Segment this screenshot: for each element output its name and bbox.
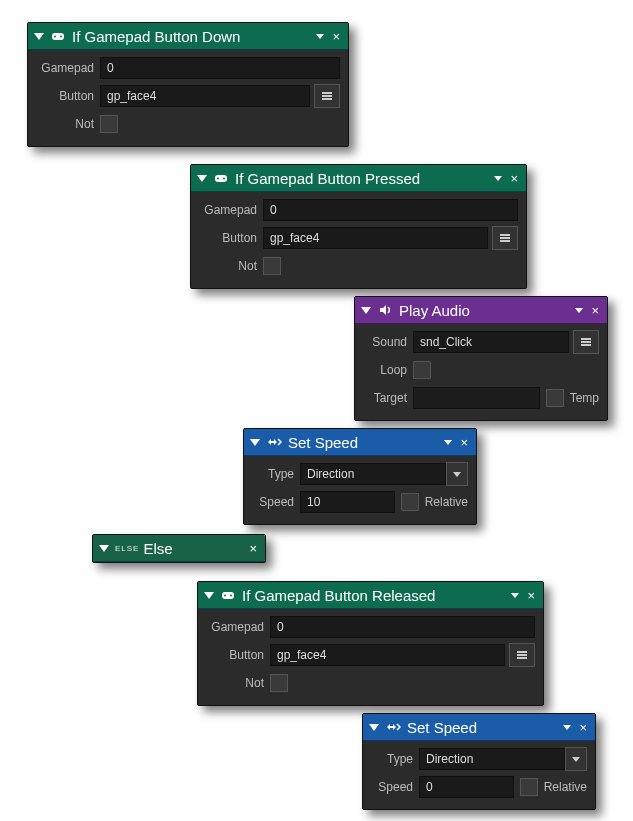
node-header[interactable]: Set Speed × <box>363 714 595 741</box>
speed-icon <box>266 434 282 450</box>
speed-input[interactable]: 10 <box>300 491 395 513</box>
loop-label: Loop <box>363 363 413 377</box>
node-body: Gamepad 0 Button gp_face4 Not <box>191 192 526 288</box>
not-checkbox[interactable] <box>270 674 288 692</box>
collapse-icon[interactable] <box>34 33 44 40</box>
node-header[interactable]: If Gamepad Button Pressed × <box>191 165 526 192</box>
sound-input[interactable]: snd_Click <box>413 331 569 353</box>
node-set-speed-1[interactable]: Set Speed × Type Direction Speed 10 Rela… <box>243 428 477 525</box>
close-icon[interactable]: × <box>508 171 520 186</box>
node-title: Play Audio <box>399 302 569 319</box>
speed-input[interactable]: 0 <box>419 776 514 798</box>
type-dropdown-button[interactable] <box>565 747 587 771</box>
button-input[interactable]: gp_face4 <box>263 227 488 249</box>
button-input[interactable]: gp_face4 <box>100 85 310 107</box>
node-title: If Gamepad Button Down <box>72 28 310 45</box>
close-icon[interactable]: × <box>525 588 537 603</box>
collapse-icon[interactable] <box>361 307 371 314</box>
node-header[interactable]: Play Audio × <box>355 297 607 324</box>
gamepad-icon <box>213 170 229 186</box>
speed-icon <box>385 719 401 735</box>
node-play-audio[interactable]: Play Audio × Sound snd_Click Loop Target… <box>354 296 608 421</box>
speed-label: Speed <box>371 780 419 794</box>
dropdown-icon[interactable] <box>444 440 452 445</box>
button-input[interactable]: gp_face4 <box>270 644 505 666</box>
picker-button[interactable] <box>573 330 599 354</box>
close-icon[interactable]: × <box>589 303 601 318</box>
gamepad-label: Gamepad <box>206 620 270 634</box>
node-body: Gamepad 0 Button gp_face4 Not <box>28 50 348 146</box>
node-title: Set Speed <box>407 719 557 736</box>
close-icon[interactable]: × <box>577 720 589 735</box>
type-select[interactable]: Direction <box>419 748 565 770</box>
gamepad-label: Gamepad <box>36 61 100 75</box>
not-checkbox[interactable] <box>263 257 281 275</box>
gamepad-label: Gamepad <box>199 203 263 217</box>
node-if-gamepad-button-down[interactable]: If Gamepad Button Down × Gamepad 0 Butto… <box>27 22 349 147</box>
collapse-icon[interactable] <box>99 545 109 552</box>
audio-icon <box>377 302 393 318</box>
relative-label: Relative <box>544 780 587 794</box>
relative-label: Relative <box>425 495 468 509</box>
speed-label: Speed <box>252 495 300 509</box>
gamepad-icon <box>50 28 66 44</box>
button-label: Button <box>206 648 270 662</box>
picker-button[interactable] <box>314 84 340 108</box>
type-label: Type <box>371 752 419 766</box>
type-label: Type <box>252 467 300 481</box>
collapse-icon[interactable] <box>204 592 214 599</box>
dropdown-icon[interactable] <box>316 34 324 39</box>
picker-button[interactable] <box>509 643 535 667</box>
collapse-icon[interactable] <box>197 175 207 182</box>
node-title: Else <box>143 540 247 557</box>
node-header[interactable]: If Gamepad Button Released × <box>198 582 543 609</box>
close-icon[interactable]: × <box>247 541 259 556</box>
dropdown-icon[interactable] <box>511 593 519 598</box>
gamepad-icon <box>220 587 236 603</box>
button-label: Button <box>199 231 263 245</box>
collapse-icon[interactable] <box>250 439 260 446</box>
node-body: Type Direction Speed 10 Relative <box>244 456 476 524</box>
gamepad-input[interactable]: 0 <box>270 616 535 638</box>
node-body: Type Direction Speed 0 Relative <box>363 741 595 809</box>
picker-button[interactable] <box>492 226 518 250</box>
gamepad-input[interactable]: 0 <box>100 57 340 79</box>
temp-label: Temp <box>570 391 599 405</box>
sound-label: Sound <box>363 335 413 349</box>
gamepad-input[interactable]: 0 <box>263 199 518 221</box>
relative-checkbox[interactable] <box>520 778 538 796</box>
dropdown-icon[interactable] <box>563 725 571 730</box>
not-label: Not <box>199 259 263 273</box>
node-header[interactable]: Set Speed × <box>244 429 476 456</box>
node-if-gamepad-button-released[interactable]: If Gamepad Button Released × Gamepad 0 B… <box>197 581 544 706</box>
node-title: If Gamepad Button Released <box>242 587 505 604</box>
not-label: Not <box>206 676 270 690</box>
loop-checkbox[interactable] <box>413 361 431 379</box>
close-icon[interactable]: × <box>330 29 342 44</box>
dropdown-icon[interactable] <box>575 308 583 313</box>
node-body: Sound snd_Click Loop Target Temp <box>355 324 607 420</box>
type-select[interactable]: Direction <box>300 463 446 485</box>
node-header[interactable]: ELSE Else × <box>93 535 265 562</box>
node-if-gamepad-button-pressed[interactable]: If Gamepad Button Pressed × Gamepad 0 Bu… <box>190 164 527 289</box>
target-label: Target <box>363 391 413 405</box>
node-title: Set Speed <box>288 434 438 451</box>
else-tag: ELSE <box>115 544 139 553</box>
not-label: Not <box>36 117 100 131</box>
not-checkbox[interactable] <box>100 115 118 133</box>
node-else[interactable]: ELSE Else × <box>92 534 266 563</box>
temp-checkbox[interactable] <box>546 389 564 407</box>
close-icon[interactable]: × <box>458 435 470 450</box>
node-title: If Gamepad Button Pressed <box>235 170 488 187</box>
node-set-speed-2[interactable]: Set Speed × Type Direction Speed 0 Relat… <box>362 713 596 810</box>
type-dropdown-button[interactable] <box>446 462 468 486</box>
target-input[interactable] <box>413 387 540 409</box>
collapse-icon[interactable] <box>369 724 379 731</box>
node-body: Gamepad 0 Button gp_face4 Not <box>198 609 543 705</box>
button-label: Button <box>36 89 100 103</box>
dropdown-icon[interactable] <box>494 176 502 181</box>
relative-checkbox[interactable] <box>401 493 419 511</box>
node-header[interactable]: If Gamepad Button Down × <box>28 23 348 50</box>
